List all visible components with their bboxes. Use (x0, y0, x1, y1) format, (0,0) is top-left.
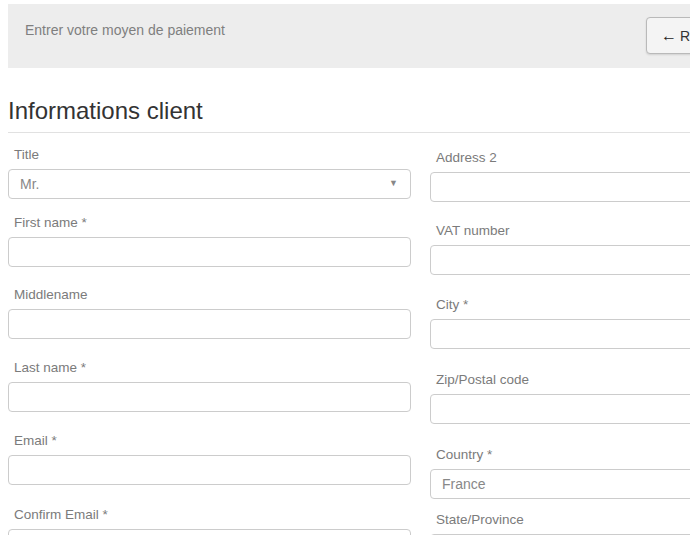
last-name-label: Last name * (8, 360, 411, 376)
email-label: Email * (8, 433, 411, 449)
confirm-email-label: Confirm Email * (8, 507, 411, 523)
vat-number-label: VAT number (430, 223, 690, 239)
field-email: Email * (8, 433, 411, 485)
form-column-left: Title Mr. ▼ First name * Middlename Last… (8, 0, 411, 535)
form-column-right: Address 2 VAT number City * Zip/Postal c… (430, 0, 690, 535)
city-input[interactable] (430, 319, 690, 349)
field-last-name: Last name * (8, 360, 411, 412)
city-label: City * (430, 297, 690, 313)
field-vat-number: VAT number (430, 223, 690, 275)
vat-number-input[interactable] (430, 245, 690, 275)
field-address2: Address 2 (430, 150, 690, 202)
field-middlename: Middlename (8, 287, 411, 339)
zip-input[interactable] (430, 394, 690, 424)
state-province-label: State/Province (430, 512, 690, 528)
zip-label: Zip/Postal code (430, 372, 690, 388)
field-zip: Zip/Postal code (430, 372, 690, 424)
middlename-input[interactable] (8, 309, 411, 339)
field-city: City * (430, 297, 690, 349)
field-first-name: First name * (8, 215, 411, 267)
address2-label: Address 2 (430, 150, 690, 166)
field-confirm-email: Confirm Email * (8, 507, 411, 535)
last-name-input[interactable] (8, 382, 411, 412)
first-name-label: First name * (8, 215, 411, 231)
field-state-province: State/Province (430, 512, 690, 535)
field-country: Country * France ▼ (430, 447, 690, 499)
title-select[interactable]: Mr. (8, 169, 411, 199)
country-select[interactable]: France (430, 469, 690, 499)
email-input[interactable] (8, 455, 411, 485)
first-name-input[interactable] (8, 237, 411, 267)
field-title: Title Mr. ▼ (8, 147, 411, 199)
middlename-label: Middlename (8, 287, 411, 303)
confirm-email-input[interactable] (8, 529, 411, 535)
title-label: Title (8, 147, 411, 163)
address2-input[interactable] (430, 172, 690, 202)
country-label: Country * (430, 447, 690, 463)
